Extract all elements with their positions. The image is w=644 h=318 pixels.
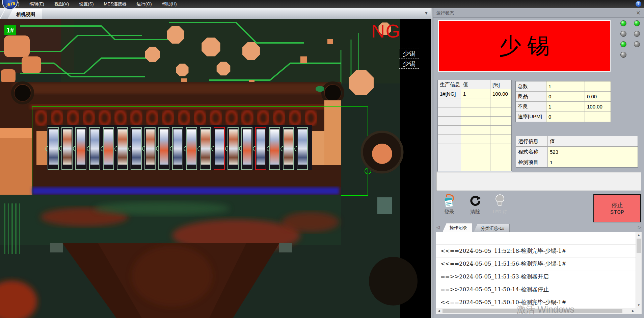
table-cell: 检测项目 xyxy=(516,157,547,167)
status-light-green xyxy=(634,20,640,26)
table-cell xyxy=(461,135,490,144)
table-cell xyxy=(461,126,490,134)
table-cell xyxy=(438,144,461,153)
log-empty-row xyxy=(436,232,636,245)
menu-settings[interactable]: 设置(S) xyxy=(74,0,99,8)
horizontal-scroll-thumb[interactable] xyxy=(442,309,622,313)
log-entry[interactable]: <<==2024-05-05_11:52:18-检测完毕-少锡-1# xyxy=(436,245,636,258)
log-rows: <<==2024-05-05_11:52:18-检测完毕-少锡-1#<<==20… xyxy=(436,232,636,308)
table-cell: 100.00 xyxy=(585,102,611,112)
status-light-green xyxy=(620,41,626,47)
led-label: LED 灯 xyxy=(490,209,510,215)
production-info-table: 生产信息值[%]1#[NG]1100.00 xyxy=(437,80,512,171)
scroll-right-icon[interactable]: ▶ xyxy=(630,308,636,314)
table-cell: 0 xyxy=(546,92,585,101)
table-cell xyxy=(490,153,511,162)
menu-edit[interactable]: 编辑(E) xyxy=(25,0,49,8)
table-cell xyxy=(438,126,461,134)
help-icon[interactable]: ? xyxy=(636,1,641,7)
status-light-green xyxy=(620,20,626,26)
table-cell: 程式名称 xyxy=(516,147,547,157)
stop-button[interactable]: 停止 STOP xyxy=(593,194,641,222)
scrollbar-corner xyxy=(636,308,642,314)
menu-view[interactable]: 视图(V) xyxy=(49,0,74,8)
scroll-up-icon[interactable]: ▲ xyxy=(636,232,642,238)
table-header-cell: 值 xyxy=(548,136,638,146)
menu-run[interactable]: 运行(O) xyxy=(132,0,157,8)
horizontal-scrollbar[interactable]: ◀ ▶ xyxy=(436,308,636,314)
panel-title: 运行状态 xyxy=(436,10,454,16)
table-cell xyxy=(438,117,461,125)
login-label: 登录 xyxy=(439,209,459,215)
vertical-scroll-thumb[interactable] xyxy=(637,239,641,253)
run-status-panel: 运行状态 ✕ 少锡 生产信息值[%]1#[NG]1100.00 总数1良品00.… xyxy=(433,8,644,318)
table-cell xyxy=(461,144,490,153)
table-cell xyxy=(438,162,461,171)
close-icon[interactable]: ✕ xyxy=(635,9,641,17)
status-light-gray xyxy=(634,31,640,37)
message-box xyxy=(436,172,641,191)
table-header-cell: 运行信息 xyxy=(516,136,547,146)
table-cell: 100.00 xyxy=(490,89,511,98)
status-light-gray xyxy=(620,52,626,58)
table-cell xyxy=(461,162,490,171)
vertical-scrollbar[interactable]: ▲ ▼ xyxy=(636,232,642,308)
defect-label: 少锡 xyxy=(399,49,419,58)
table-cell: 523 xyxy=(548,147,638,157)
table-cell xyxy=(461,153,490,162)
table-cell xyxy=(490,98,511,107)
scroll-down-icon[interactable]: ▼ xyxy=(636,302,642,308)
camera-view-pane: 1# NG 少锡 少锡 xyxy=(0,19,431,318)
log-entry[interactable]: <<==2024-05-05_11:51:56-检测完毕-少锡-1# xyxy=(436,258,636,270)
inspection-result-label: NG xyxy=(371,20,401,42)
clear-label: 清除 xyxy=(465,209,485,215)
chevron-down-icon[interactable]: ▼ xyxy=(424,11,428,16)
pane-splitter[interactable] xyxy=(431,8,433,318)
log-entry[interactable]: ==>>2024-05-05_11:51:53-检测器开启 xyxy=(436,270,636,283)
run-info-table: 运行信息值程式名称523检测项目1 xyxy=(516,136,638,168)
menu-mes-connector[interactable]: MES连接器 xyxy=(99,0,132,8)
table-header-cell: 生产信息 xyxy=(438,80,461,89)
table-cell xyxy=(490,107,511,116)
table-cell: 速率[UPM] xyxy=(516,112,546,122)
summary-table: 总数1良品00.00不良1100.00速率[UPM]0 xyxy=(515,81,611,122)
table-cell xyxy=(438,135,461,144)
tab-camera-view[interactable]: 相机视图 xyxy=(7,9,42,19)
table-cell: 不良 xyxy=(516,102,546,112)
camera-index-badge: 1# xyxy=(4,25,16,35)
indicator-lights xyxy=(620,20,640,58)
tab-scroll-left-icon[interactable]: ◁ xyxy=(436,225,440,230)
view-tab-strip: 相机视图 ▼ xyxy=(0,8,433,20)
table-cell xyxy=(585,81,611,91)
status-light-gray xyxy=(620,31,626,37)
id-badge-icon xyxy=(439,193,459,208)
log-entry[interactable]: ==>>2024-05-05_11:50:14-检测器停止 xyxy=(436,283,636,296)
table-cell: 1 xyxy=(546,102,585,112)
clear-icon xyxy=(465,193,485,208)
defect-banner: 少锡 xyxy=(438,20,611,72)
defect-label: 少锡 xyxy=(399,59,419,69)
table-cell xyxy=(490,144,511,153)
led-light-button[interactable]: LED 灯 xyxy=(490,193,510,215)
table-cell xyxy=(490,135,511,144)
table-cell xyxy=(490,117,511,125)
table-cell xyxy=(461,107,490,116)
table-cell xyxy=(461,98,490,107)
stop-label-zh: 停止 xyxy=(612,201,623,209)
scroll-left-icon[interactable]: ◀ xyxy=(436,308,442,314)
table-cell xyxy=(490,162,511,171)
table-cell xyxy=(461,117,490,125)
table-header-cell: 值 xyxy=(461,80,490,89)
led-bulb-icon xyxy=(490,193,510,208)
table-cell: 1#[NG] xyxy=(438,89,461,98)
login-button[interactable]: 登录 xyxy=(439,193,459,215)
table-cell: 1 xyxy=(461,89,490,98)
tab-scroll-right-icon[interactable]: ▷ xyxy=(638,225,641,230)
tab-classification-summary[interactable]: 分类汇总-1# xyxy=(474,224,510,233)
log-entry[interactable]: <<==2024-05-05_11:50:10-检测完毕-少锡-1# xyxy=(436,296,636,308)
menu-help[interactable]: 帮助(H) xyxy=(157,0,182,8)
tab-operation-log[interactable]: 操作记录 xyxy=(442,223,472,232)
table-cell: 总数 xyxy=(516,81,546,91)
table-header-cell: [%] xyxy=(490,80,511,89)
clear-button[interactable]: 清除 xyxy=(465,193,485,215)
